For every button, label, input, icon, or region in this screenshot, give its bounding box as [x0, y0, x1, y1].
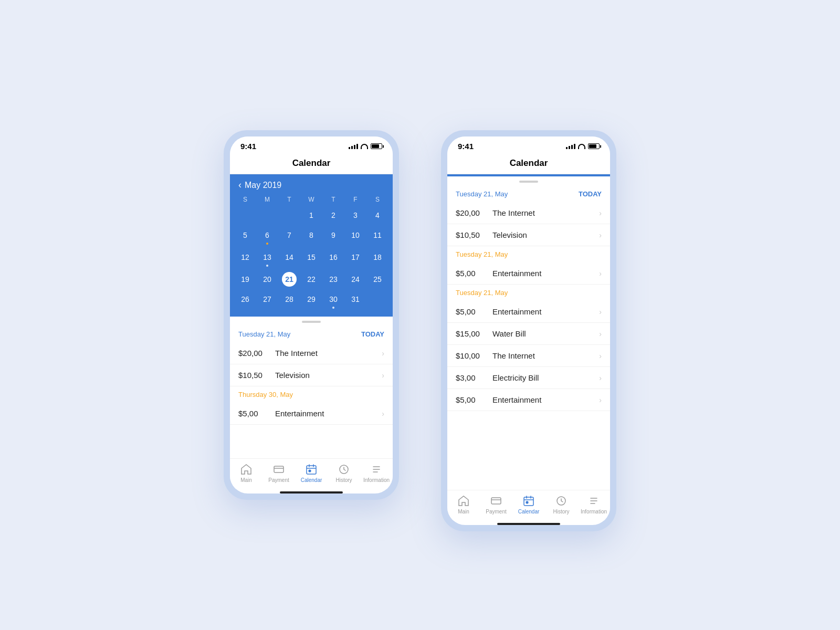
- tab-main-r[interactable]: Main: [447, 495, 480, 514]
- tab-payment-label: Payment: [268, 477, 289, 483]
- chevron-icon: ›: [599, 396, 602, 404]
- home-indicator-right: [497, 523, 560, 525]
- calendar-day[interactable]: 6: [256, 225, 278, 247]
- list-item[interactable]: $10,00 The Internet ›: [447, 345, 610, 367]
- list-item[interactable]: $20,00 The Internet ›: [230, 342, 393, 364]
- info-icon-r: [587, 495, 600, 507]
- calendar-day[interactable]: 18: [366, 247, 388, 269]
- chevron-icon: ›: [599, 269, 602, 278]
- calendar-day[interactable]: 10: [344, 225, 366, 247]
- calendar-day[interactable]: 26: [234, 289, 256, 311]
- today-button-right[interactable]: TODAY: [579, 190, 602, 198]
- calendar-day[interactable]: 27: [256, 289, 278, 311]
- item-name: The Internet: [492, 208, 599, 217]
- calendar-left: ‹ May 2019 S M T W T F S 123456789101112…: [230, 174, 393, 317]
- calendar-day[interactable]: 17: [344, 247, 366, 269]
- today-button[interactable]: TODAY: [361, 330, 384, 338]
- prev-month-button[interactable]: ‹: [238, 180, 242, 191]
- tab-information[interactable]: Information: [360, 463, 393, 483]
- list-item[interactable]: $5,00 Entertainment ›: [447, 301, 610, 323]
- tab-information-r[interactable]: Information: [578, 495, 610, 514]
- calendar-nav: ‹ May 2019: [230, 174, 393, 194]
- item-name: The Internet: [275, 349, 382, 358]
- calendar-day: [234, 205, 256, 225]
- calendar-grid: 1234567891011121314151617181920212223242…: [230, 205, 393, 317]
- tab-payment-r[interactable]: Payment: [480, 495, 512, 514]
- calendar-day[interactable]: 4: [366, 205, 388, 225]
- calendar-day[interactable]: 16: [322, 247, 344, 269]
- calendar-day[interactable]: 21: [278, 269, 300, 289]
- drag-handle: [302, 321, 321, 323]
- calendar-day[interactable]: 29: [300, 289, 322, 311]
- date-label-2: Thursday 30, May: [238, 391, 293, 398]
- weekday-m: M: [256, 194, 278, 205]
- item-amount: $3,00: [456, 373, 492, 382]
- chevron-icon: ›: [382, 410, 384, 418]
- calendar-day[interactable]: 31: [344, 289, 366, 311]
- item-amount: $15,00: [456, 329, 492, 338]
- item-name: Television: [275, 371, 382, 380]
- list-item[interactable]: $5,00 Entertainment ›: [447, 389, 610, 411]
- list-item[interactable]: $5,00 Entertainment ›: [230, 403, 393, 425]
- calendar-day[interactable]: 25: [366, 269, 388, 289]
- calendar-day[interactable]: 1: [300, 205, 322, 225]
- calendar-day[interactable]: 13: [256, 247, 278, 269]
- date-label-r2: Tuesday 21, May: [456, 250, 508, 258]
- calendar-day[interactable]: 24: [344, 269, 366, 289]
- calendar-day[interactable]: 2: [322, 205, 344, 225]
- signal-icon-r: [566, 144, 575, 149]
- calendar-dot: [332, 307, 334, 309]
- calendar-day[interactable]: 30: [322, 289, 344, 311]
- calendar-day[interactable]: 5: [234, 225, 256, 247]
- calendar-month-label: May 2019: [245, 181, 281, 190]
- tab-main[interactable]: Main: [230, 463, 262, 483]
- chevron-icon: ›: [599, 374, 602, 382]
- item-amount: $5,00: [238, 409, 275, 418]
- calendar-day[interactable]: 23: [322, 269, 344, 289]
- calendar-day[interactable]: 14: [278, 247, 300, 269]
- tab-payment[interactable]: Payment: [262, 463, 295, 483]
- weekday-f: F: [344, 194, 366, 205]
- date-header-r1: Tuesday 21, May TODAY: [447, 186, 610, 202]
- date-header-r2: Tuesday 21, May: [447, 246, 610, 262]
- tab-calendar[interactable]: Calendar: [295, 463, 328, 483]
- time-left: 9:41: [240, 142, 256, 151]
- battery-icon-r: [588, 143, 600, 149]
- status-bar-right: 9:41: [447, 136, 610, 154]
- date-header-1-left: Tuesday 21, May TODAY: [230, 326, 393, 342]
- tab-history[interactable]: History: [328, 463, 360, 483]
- tab-main-label-r: Main: [458, 509, 469, 514]
- list-item[interactable]: $15,00 Water Bill ›: [447, 323, 610, 345]
- calendar-day[interactable]: 3: [344, 205, 366, 225]
- svg-rect-6: [309, 470, 311, 472]
- calendar-day[interactable]: 9: [322, 225, 344, 247]
- calendar-day[interactable]: 11: [366, 225, 388, 247]
- payment-icon: [272, 463, 285, 476]
- tab-calendar-r[interactable]: Calendar: [512, 495, 545, 514]
- tab-history-r[interactable]: History: [545, 495, 578, 514]
- calendar-day[interactable]: 22: [300, 269, 322, 289]
- weekday-t2: T: [322, 194, 344, 205]
- list-item[interactable]: $10,50 Television ›: [447, 224, 610, 246]
- list-item[interactable]: $3,00 Electricity Bill ›: [447, 367, 610, 389]
- item-amount: $10,50: [456, 230, 492, 239]
- list-item[interactable]: $5,00 Entertainment ›: [447, 262, 610, 285]
- list-item[interactable]: $10,50 Television ›: [230, 364, 393, 386]
- calendar-day[interactable]: 8: [300, 225, 322, 247]
- payment-icon-r: [490, 495, 502, 507]
- status-bar-left: 9:41: [230, 136, 393, 154]
- home-icon-r: [457, 495, 470, 507]
- item-name: Entertainment: [492, 395, 599, 404]
- drag-handle-right: [519, 181, 538, 183]
- date-header-2-left: Thursday 30, May: [230, 386, 393, 403]
- date-header-r3: Tuesday 21, May: [447, 285, 610, 301]
- signal-icon: [349, 144, 358, 149]
- list-item[interactable]: $20,00 The Internet ›: [447, 202, 610, 224]
- calendar-day[interactable]: 19: [234, 269, 256, 289]
- calendar-day[interactable]: 12: [234, 247, 256, 269]
- calendar-day[interactable]: 7: [278, 225, 300, 247]
- calendar-day[interactable]: 28: [278, 289, 300, 311]
- calendar-day[interactable]: 20: [256, 269, 278, 289]
- wifi-icon: [361, 144, 368, 149]
- calendar-day[interactable]: 15: [300, 247, 322, 269]
